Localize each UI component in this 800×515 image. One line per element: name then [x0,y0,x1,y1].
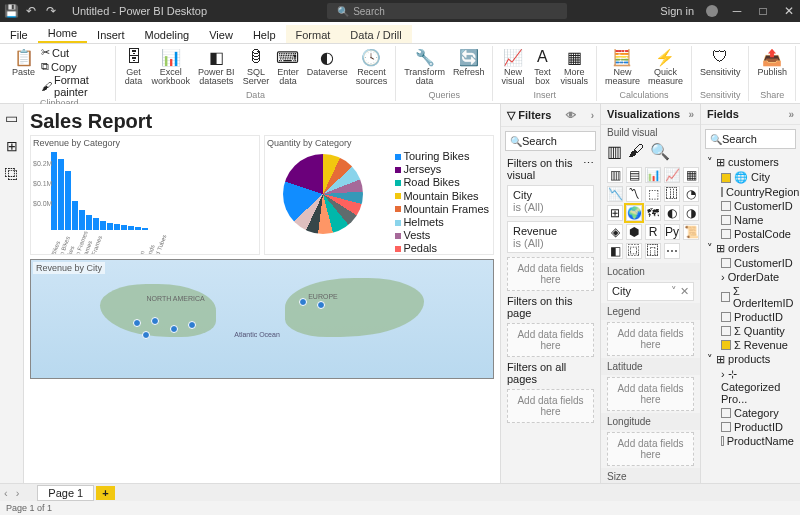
collapse-icon[interactable]: › [591,110,594,121]
field-CountryRegion[interactable]: CountryRegion [707,185,794,199]
field-OrderDate[interactable]: › OrderDate [707,270,794,284]
analytics-tab-icon[interactable]: 🔍 [650,142,670,161]
enter-data-button[interactable]: ⌨Enter data [275,46,301,87]
tab-insert[interactable]: Insert [87,25,135,43]
sign-in-link[interactable]: Sign in [660,5,694,17]
close-button[interactable]: ✕ [782,4,796,18]
quick-measure-button[interactable]: ⚡Quick measure [646,46,685,87]
data-view-icon[interactable]: ⊞ [6,138,18,154]
eye-icon[interactable]: 👁 [566,110,576,121]
format-painter-button[interactable]: 🖌 Format painter [41,74,109,98]
filters-visual-drop[interactable]: Add data fields here [507,257,594,291]
text-box-button[interactable]: AText box [530,46,554,87]
viz-title: Visualizations [607,108,680,120]
stacked-bar-icon[interactable]: ▥ [607,167,623,183]
table-customers[interactable]: ˅ ⊞ customers [707,155,794,170]
field-PostalCode[interactable]: PostalCode [707,227,794,241]
pbi-datasets-button[interactable]: ◧Power BI datasets [196,46,237,87]
field-Categorized Pro...[interactable]: › ⊹ Categorized Pro... [707,367,794,406]
sensitivity-button[interactable]: 🛡Sensitivity [698,46,743,78]
visual-type-gallery: ▥▤📊📈▦▩◫ 📉〽⬚⿲◔◕🍩 ⊞🌍🗺◐◑▣⊡ ◈⬢RPy📜⋮⊕ ◧⿴⿵⋯ [601,163,700,263]
window-title: Untitled - Power BI Desktop [72,5,207,17]
search-icon: 🔍 [337,6,349,17]
user-icon[interactable] [706,5,718,17]
build-tab-icon[interactable]: ▥ [607,142,622,161]
new-visual-button[interactable]: 📈New visual [499,46,526,87]
undo-icon[interactable]: ↶ [24,4,38,18]
tab-format[interactable]: Format [286,25,341,43]
well-location: Location [601,263,700,280]
report-view-icon[interactable]: ▭ [5,110,18,126]
page-prev-icon[interactable]: ‹ [0,487,12,499]
refresh-button[interactable]: 🔄Refresh [451,46,487,87]
table-orders[interactable]: ˅ ⊞ orders [707,241,794,256]
sql-button[interactable]: 🛢SQL Server [241,46,272,87]
tab-help[interactable]: Help [243,25,286,43]
collapse-icon[interactable]: » [788,109,794,120]
field-CustomerID[interactable]: CustomerID [707,256,794,270]
bar-chart-visual[interactable]: Revenue by Category $0.2M$0.1M$0.0M Tour… [30,135,260,255]
table-products[interactable]: ˅ ⊞ products [707,352,794,367]
tab-modeling[interactable]: Modeling [135,25,200,43]
field-Name[interactable]: Name [707,213,794,227]
save-icon[interactable]: 💾 [4,4,18,18]
report-canvas[interactable]: Sales Report Revenue by Category $0.2M$0… [24,104,500,483]
pie-chart [283,154,363,234]
field-ProductID[interactable]: ProductID [707,310,794,324]
page-title: Sales Report [30,110,494,133]
map-visual-icon[interactable]: 🌍 [626,205,642,221]
group-queries: Queries [402,90,486,101]
tab-home[interactable]: Home [38,23,87,43]
main-area: ▭ ⊞ ⿻ Sales Report Revenue by Category $… [0,104,800,483]
filter-card-city[interactable]: Cityis (All) [507,185,594,217]
field-City[interactable]: 🌐 City [707,170,794,185]
page-next-icon[interactable]: › [12,487,24,499]
map-visual[interactable]: Revenue by City NORTH AMERICA EUROPE Atl… [30,259,494,379]
page-tab-1[interactable]: Page 1 [37,485,94,501]
recent-sources-button[interactable]: 🕓Recent sources [354,46,390,87]
add-page-button[interactable]: + [96,486,114,500]
format-tab-icon[interactable]: 🖌 [628,142,644,161]
filter-card-revenue[interactable]: Revenueis (All) [507,221,594,253]
field-CustomerID[interactable]: CustomerID [707,199,794,213]
well-location-value[interactable]: City˅ ✕ [607,282,694,301]
filters-all-header: Filters on all pages [507,361,594,385]
filters-visual-header: Filters on this visual [507,157,583,181]
copy-button[interactable]: ⧉ Copy [41,60,109,73]
map-title: Revenue by City [33,262,105,274]
well-size: Size [601,468,700,483]
model-view-icon[interactable]: ⿻ [5,166,19,182]
filters-page-drop[interactable]: Add data fields here [507,323,594,357]
tab-file[interactable]: File [0,25,38,43]
field-Revenue[interactable]: Σ Revenue [707,338,794,352]
filters-all-drop[interactable]: Add data fields here [507,389,594,423]
publish-button[interactable]: 📤Publish [755,46,789,78]
excel-button[interactable]: 📊Excel workbook [150,46,193,87]
dataverse-button[interactable]: ◐Dataverse [305,46,350,87]
field-Quantity[interactable]: Σ Quantity [707,324,794,338]
paste-button[interactable]: 📋Paste [10,46,37,98]
redo-icon[interactable]: ↷ [44,4,58,18]
maximize-button[interactable]: □ [756,4,770,18]
cut-button[interactable]: ✂ Cut [41,46,109,59]
global-search[interactable]: 🔍 Search [327,3,567,19]
more-visuals-button[interactable]: ▦More visuals [558,46,590,87]
minimize-button[interactable]: ─ [730,4,744,18]
field-OrderItemID[interactable]: Σ OrderItemID [707,284,794,310]
get-data-button[interactable]: 🗄Get data [122,46,146,87]
field-ProductID[interactable]: ProductID [707,420,794,434]
group-calc: Calculations [603,90,685,101]
fields-search[interactable]: 🔍 Search [705,129,796,149]
pie-chart-visual[interactable]: Quantity by Category Touring BikesJersey… [264,135,494,255]
group-sensitivity: Sensitivity [698,90,743,101]
new-measure-button[interactable]: 🧮New measure [603,46,642,87]
tab-view[interactable]: View [199,25,243,43]
well-legend: Legend [601,303,700,320]
field-ProductName[interactable]: ProductName [707,434,794,448]
tab-data-drill[interactable]: Data / Drill [340,25,411,43]
filters-search[interactable]: 🔍 Search [505,131,596,151]
field-Category[interactable]: Category [707,406,794,420]
transform-data-button[interactable]: 🔧Transform data [402,46,447,87]
collapse-icon[interactable]: » [688,109,694,120]
pie-chart-title: Quantity by Category [267,138,491,148]
